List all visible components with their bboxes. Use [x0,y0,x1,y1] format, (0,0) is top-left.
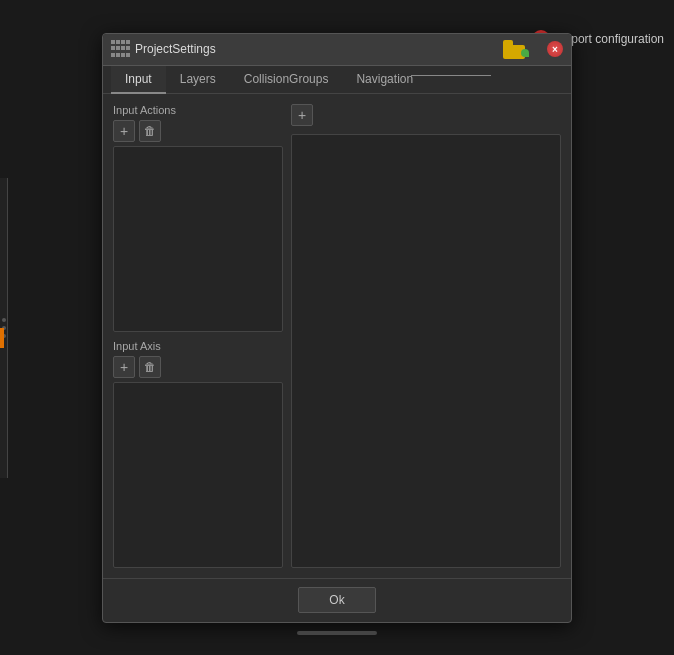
trash-icon: 🗑 [144,125,156,137]
right-toolbar: + [291,104,561,126]
ok-button[interactable]: Ok [298,587,375,613]
input-actions-panel: Input Actions + 🗑 [113,104,283,332]
input-axis-list [113,382,283,568]
tab-input[interactable]: Input [111,66,166,94]
right-content-area [291,134,561,568]
annotation-area: 1 Import configuration [0,0,674,655]
callout-connector [411,75,491,76]
input-actions-list [113,146,283,332]
tab-layers[interactable]: Layers [166,66,230,94]
input-actions-add-button[interactable]: + [113,120,135,142]
title-bar-icon [111,40,129,58]
project-settings-dialog: ProjectSettings × Input Layers Collision… [102,33,572,623]
input-axis-add-button[interactable]: + [113,356,135,378]
dialog-title: ProjectSettings [135,42,503,56]
input-actions-label: Input Actions [113,104,283,116]
bottom-bar [297,631,377,635]
title-bar: ProjectSettings × [103,34,571,66]
right-add-button[interactable]: + [291,104,313,126]
import-config-area [503,39,527,59]
orange-indicator [0,328,4,348]
input-actions-toolbar: + 🗑 [113,120,283,142]
panels-container: Input Actions + 🗑 Input Axis [113,104,561,568]
callout-text: Import configuration [558,32,664,46]
close-button[interactable]: × [547,41,563,57]
input-axis-label: Input Axis [113,340,283,352]
tab-collisiongroups[interactable]: CollisionGroups [230,66,343,94]
left-panels: Input Actions + 🗑 Input Axis [113,104,283,568]
import-config-button[interactable] [503,39,527,59]
input-axis-panel: Input Axis + 🗑 [113,340,283,568]
tab-navigation[interactable]: Navigation [342,66,427,94]
tabs-row: Input Layers CollisionGroups Navigation [103,66,571,94]
dialog-body: Input Actions + 🗑 Input Axis [103,94,571,578]
dialog-footer: Ok [103,578,571,622]
right-panel: + [291,104,561,568]
input-actions-remove-button[interactable]: 🗑 [139,120,161,142]
trash-icon-axis: 🗑 [144,361,156,373]
input-axis-remove-button[interactable]: 🗑 [139,356,161,378]
input-axis-toolbar: + 🗑 [113,356,283,378]
